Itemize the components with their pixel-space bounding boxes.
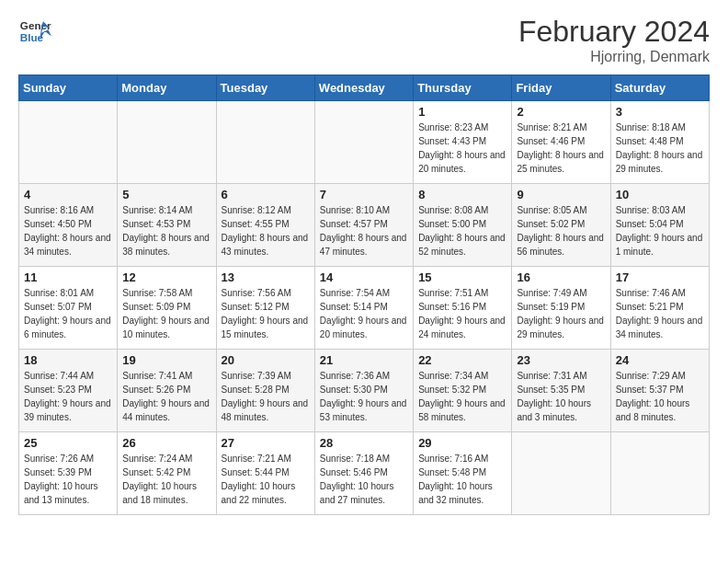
table-cell (19, 101, 118, 184)
table-cell (512, 432, 610, 515)
day-number: 24 (616, 353, 704, 367)
table-cell: 1 Sunrise: 8:23 AM Sunset: 4:43 PM Dayli… (414, 101, 512, 184)
day-info: Sunrise: 8:05 AM Sunset: 5:02 PM Dayligh… (517, 203, 605, 259)
location-title: Hjorring, Denmark (518, 49, 710, 65)
day-info: Sunrise: 7:51 AM Sunset: 5:16 PM Dayligh… (418, 286, 506, 341)
day-number: 11 (24, 270, 112, 284)
day-number: 12 (122, 270, 210, 284)
day-info: Sunrise: 7:54 AM Sunset: 5:14 PM Dayligh… (320, 286, 408, 341)
table-cell: 13 Sunrise: 7:56 AM Sunset: 5:12 PM Dayl… (216, 267, 314, 350)
day-number: 27 (222, 436, 310, 450)
day-number: 6 (222, 188, 310, 201)
day-info: Sunrise: 8:21 AM Sunset: 4:46 PM Dayligh… (517, 121, 605, 176)
table-cell: 21 Sunrise: 7:36 AM Sunset: 5:30 PM Dayl… (314, 350, 413, 432)
day-number: 15 (418, 270, 506, 284)
table-cell: 25 Sunrise: 7:26 AM Sunset: 5:39 PM Dayl… (19, 432, 118, 515)
day-info: Sunrise: 7:56 AM Sunset: 5:12 PM Dayligh… (222, 286, 310, 341)
day-number: 21 (320, 353, 408, 367)
day-number: 5 (122, 188, 210, 201)
title-area: February 2024 Hjorring, Denmark (518, 15, 710, 65)
day-number: 23 (517, 353, 605, 367)
table-cell: 14 Sunrise: 7:54 AM Sunset: 5:14 PM Dayl… (314, 267, 413, 350)
day-info: Sunrise: 8:01 AM Sunset: 5:07 PM Dayligh… (24, 286, 112, 341)
col-saturday: Saturday (610, 75, 709, 101)
table-cell: 6 Sunrise: 8:12 AM Sunset: 4:55 PM Dayli… (216, 184, 314, 267)
month-title: February 2024 (518, 15, 710, 49)
table-cell (118, 101, 216, 184)
table-cell: 5 Sunrise: 8:14 AM Sunset: 4:53 PM Dayli… (118, 184, 216, 267)
table-cell: 2 Sunrise: 8:21 AM Sunset: 4:46 PM Dayli… (512, 101, 610, 184)
day-number: 16 (517, 270, 605, 284)
day-number: 22 (418, 353, 506, 367)
table-cell: 23 Sunrise: 7:31 AM Sunset: 5:35 PM Dayl… (512, 350, 610, 432)
day-number: 1 (418, 105, 506, 119)
day-info: Sunrise: 8:16 AM Sunset: 4:50 PM Dayligh… (24, 203, 112, 259)
day-number: 17 (616, 270, 704, 284)
table-cell: 26 Sunrise: 7:24 AM Sunset: 5:42 PM Dayl… (118, 432, 216, 515)
day-info: Sunrise: 8:23 AM Sunset: 4:43 PM Dayligh… (418, 121, 506, 176)
table-cell: 7 Sunrise: 8:10 AM Sunset: 4:57 PM Dayli… (314, 184, 413, 267)
table-cell: 8 Sunrise: 8:08 AM Sunset: 5:00 PM Dayli… (414, 184, 512, 267)
calendar-row: 11 Sunrise: 8:01 AM Sunset: 5:07 PM Dayl… (19, 267, 710, 350)
day-info: Sunrise: 7:24 AM Sunset: 5:42 PM Dayligh… (122, 452, 210, 507)
day-number: 25 (24, 436, 112, 450)
day-info: Sunrise: 7:46 AM Sunset: 5:21 PM Dayligh… (616, 286, 704, 341)
day-number: 3 (616, 105, 704, 119)
day-info: Sunrise: 7:49 AM Sunset: 5:19 PM Dayligh… (517, 286, 605, 341)
calendar-row: 1 Sunrise: 8:23 AM Sunset: 4:43 PM Dayli… (19, 101, 710, 184)
day-number: 28 (320, 436, 408, 450)
calendar-row: 4 Sunrise: 8:16 AM Sunset: 4:50 PM Dayli… (19, 184, 710, 267)
day-info: Sunrise: 7:26 AM Sunset: 5:39 PM Dayligh… (24, 452, 112, 507)
day-info: Sunrise: 7:29 AM Sunset: 5:37 PM Dayligh… (616, 369, 704, 424)
day-info: Sunrise: 8:10 AM Sunset: 4:57 PM Dayligh… (320, 203, 408, 259)
table-cell: 17 Sunrise: 7:46 AM Sunset: 5:21 PM Dayl… (610, 267, 709, 350)
day-number: 20 (222, 353, 310, 367)
day-number: 18 (24, 353, 112, 367)
table-cell: 29 Sunrise: 7:16 AM Sunset: 5:48 PM Dayl… (414, 432, 512, 515)
calendar-row: 25 Sunrise: 7:26 AM Sunset: 5:39 PM Dayl… (19, 432, 710, 515)
col-thursday: Thursday (414, 75, 512, 101)
table-cell: 28 Sunrise: 7:18 AM Sunset: 5:46 PM Dayl… (314, 432, 413, 515)
day-info: Sunrise: 7:16 AM Sunset: 5:48 PM Dayligh… (418, 452, 506, 507)
calendar-row: 18 Sunrise: 7:44 AM Sunset: 5:23 PM Dayl… (19, 350, 710, 432)
day-info: Sunrise: 8:18 AM Sunset: 4:48 PM Dayligh… (616, 121, 704, 176)
table-cell: 10 Sunrise: 8:03 AM Sunset: 5:04 PM Dayl… (610, 184, 709, 267)
day-number: 7 (320, 188, 408, 201)
day-number: 26 (122, 436, 210, 450)
day-info: Sunrise: 7:41 AM Sunset: 5:26 PM Dayligh… (122, 369, 210, 424)
day-number: 9 (517, 188, 605, 201)
table-cell: 22 Sunrise: 7:34 AM Sunset: 5:32 PM Dayl… (414, 350, 512, 432)
logo-icon: General Blue (18, 15, 51, 48)
table-cell: 20 Sunrise: 7:39 AM Sunset: 5:28 PM Dayl… (216, 350, 314, 432)
day-number: 13 (222, 270, 310, 284)
col-wednesday: Wednesday (314, 75, 413, 101)
table-cell: 27 Sunrise: 7:21 AM Sunset: 5:44 PM Dayl… (216, 432, 314, 515)
day-number: 19 (122, 353, 210, 367)
day-info: Sunrise: 8:12 AM Sunset: 4:55 PM Dayligh… (222, 203, 310, 259)
day-number: 10 (616, 188, 704, 201)
calendar-header-row: Sunday Monday Tuesday Wednesday Thursday… (19, 75, 710, 101)
day-info: Sunrise: 7:34 AM Sunset: 5:32 PM Dayligh… (418, 369, 506, 424)
table-cell: 12 Sunrise: 7:58 AM Sunset: 5:09 PM Dayl… (118, 267, 216, 350)
day-info: Sunrise: 7:36 AM Sunset: 5:30 PM Dayligh… (320, 369, 408, 424)
table-cell: 24 Sunrise: 7:29 AM Sunset: 5:37 PM Dayl… (610, 350, 709, 432)
day-number: 14 (320, 270, 408, 284)
day-info: Sunrise: 8:14 AM Sunset: 4:53 PM Dayligh… (122, 203, 210, 259)
day-info: Sunrise: 8:08 AM Sunset: 5:00 PM Dayligh… (418, 203, 506, 259)
table-cell (216, 101, 314, 184)
table-cell: 11 Sunrise: 8:01 AM Sunset: 5:07 PM Dayl… (19, 267, 118, 350)
col-monday: Monday (118, 75, 216, 101)
day-number: 8 (418, 188, 506, 201)
col-friday: Friday (512, 75, 610, 101)
day-number: 29 (418, 436, 506, 450)
table-cell: 15 Sunrise: 7:51 AM Sunset: 5:16 PM Dayl… (414, 267, 512, 350)
day-info: Sunrise: 7:58 AM Sunset: 5:09 PM Dayligh… (122, 286, 210, 341)
table-cell: 18 Sunrise: 7:44 AM Sunset: 5:23 PM Dayl… (19, 350, 118, 432)
table-cell: 9 Sunrise: 8:05 AM Sunset: 5:02 PM Dayli… (512, 184, 610, 267)
day-number: 2 (517, 105, 605, 119)
table-cell (610, 432, 709, 515)
table-cell: 16 Sunrise: 7:49 AM Sunset: 5:19 PM Dayl… (512, 267, 610, 350)
day-info: Sunrise: 7:44 AM Sunset: 5:23 PM Dayligh… (24, 369, 112, 424)
day-info: Sunrise: 7:31 AM Sunset: 5:35 PM Dayligh… (517, 369, 605, 424)
calendar-table: Sunday Monday Tuesday Wednesday Thursday… (18, 75, 710, 515)
